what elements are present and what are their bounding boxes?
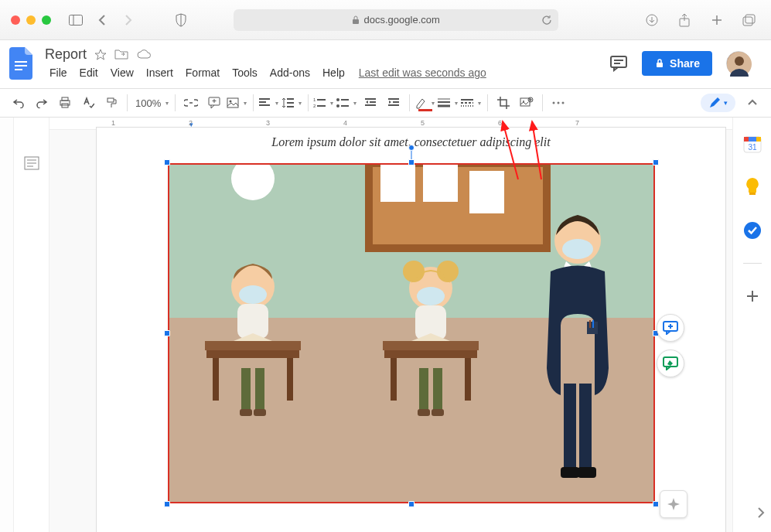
forward-button[interactable] [118,9,139,31]
doc-title[interactable]: Report [45,46,87,63]
close-window-button[interactable] [11,15,20,25]
svg-rect-13 [657,63,663,67]
open-comments-icon[interactable] [609,55,628,72]
zoom-select[interactable]: 100% [132,92,170,114]
svg-point-15 [735,56,744,66]
border-dash-button[interactable] [461,92,483,114]
paint-format-button[interactable] [101,92,122,114]
hide-menus-button[interactable] [742,92,763,114]
svg-rect-6 [745,15,755,23]
line-spacing-button[interactable] [281,92,303,114]
svg-rect-8 [15,65,27,66]
back-button[interactable] [91,9,113,31]
print-button[interactable] [54,92,76,114]
pencil-icon [708,97,721,109]
svg-rect-9 [15,69,22,70]
url-text: docs.google.com [364,14,440,26]
sidebar-toggle-icon[interactable] [65,9,87,31]
star-icon[interactable] [94,49,107,61]
bulleted-list-button[interactable] [336,92,358,114]
shield-icon[interactable] [170,9,192,31]
border-weight-button[interactable] [438,92,459,114]
vertical-ruler[interactable] [0,118,14,532]
editing-mode-button[interactable]: ▾ [701,94,735,112]
share-label: Share [670,57,700,70]
floating-comment-buttons [657,314,684,377]
share-button[interactable]: Share [642,51,712,76]
resize-handle-bm[interactable] [408,501,414,507]
svg-rect-19 [107,98,114,102]
crop-image-button[interactable] [493,92,514,114]
menu-insert[interactable]: Insert [142,64,178,81]
resize-handle-tl[interactable] [164,159,170,165]
edit-status[interactable]: Last edit was seconds ago [359,66,486,79]
resize-handle-tr[interactable] [653,159,659,165]
menu-edit[interactable]: Edit [75,64,103,81]
hide-side-panel-button[interactable] [757,507,765,518]
share-sheet-icon[interactable] [674,9,695,31]
numbered-list-button[interactable]: 12 [313,92,335,114]
docs-logo-icon[interactable] [6,48,37,79]
downloads-icon[interactable] [641,9,663,31]
calendar-app-icon[interactable]: 31 [742,133,763,155]
resize-handle-ml[interactable] [164,330,170,336]
move-icon[interactable] [114,49,128,61]
svg-rect-5 [743,17,752,26]
selected-image[interactable] [168,163,655,503]
minimize-window-button[interactable] [26,15,36,25]
add-comment-floating-button[interactable] [657,314,684,342]
maximize-window-button[interactable] [42,15,51,25]
suggest-edits-floating-button[interactable] [657,350,684,377]
keep-app-icon[interactable] [742,176,763,198]
svg-point-33 [336,98,339,101]
align-button[interactable] [258,92,280,114]
rotation-handle[interactable] [408,145,414,151]
menu-format[interactable]: Format [181,64,224,81]
increase-indent-button[interactable] [383,92,404,114]
spellcheck-button[interactable] [77,92,99,114]
svg-rect-10 [611,56,626,67]
resize-handle-br[interactable] [653,501,659,507]
undo-button[interactable] [8,92,29,114]
lock-icon [654,58,665,69]
page-area[interactable]: ▾ 1 2 3 4 5 6 7 Lorem ipsum dolor sit am… [49,118,732,532]
get-addons-icon[interactable] [742,285,763,307]
menu-file[interactable]: File [45,64,72,81]
tasks-app-icon[interactable] [742,220,763,241]
svg-point-22 [230,101,232,103]
explore-button[interactable] [660,490,687,518]
resize-handle-tm[interactable] [408,159,414,165]
outline-icon[interactable] [24,156,39,532]
rotation-handle-line [411,149,411,160]
svg-rect-107 [756,137,761,142]
account-avatar[interactable] [726,51,751,76]
new-tab-icon[interactable] [706,9,728,31]
cloud-status-icon[interactable] [136,49,152,61]
image-options-button[interactable] [516,92,537,114]
decrease-indent-button[interactable] [360,92,381,114]
redo-button[interactable] [31,92,53,114]
insert-link-button[interactable] [180,92,202,114]
menu-help[interactable]: Help [318,64,350,81]
menu-addons[interactable]: Add-ons [265,64,315,81]
doc-header: Report File Edit View Insert Format Tool… [0,40,771,88]
add-comment-button[interactable] [203,92,225,114]
svg-rect-21 [227,98,238,107]
document-page[interactable]: Lorem ipsum dolor sit amet, consectetuer… [96,127,726,532]
selection-border [168,163,655,503]
resize-handle-bl[interactable] [164,501,170,507]
insert-image-button[interactable] [227,92,248,114]
svg-point-53 [558,102,560,104]
menu-bar: File Edit View Insert Format Tools Add-o… [45,64,486,81]
svg-text:2: 2 [313,104,316,108]
more-button[interactable] [548,92,569,114]
border-color-button[interactable] [414,92,436,114]
tabs-icon[interactable] [739,9,760,31]
svg-rect-7 [15,61,27,63]
refresh-icon[interactable] [541,15,552,26]
svg-rect-106 [744,137,749,142]
address-bar[interactable]: docs.google.com [234,9,558,31]
menu-tools[interactable]: Tools [227,64,262,81]
menu-view[interactable]: View [106,64,138,81]
workspace: ▾ 1 2 3 4 5 6 7 Lorem ipsum dolor sit am… [0,118,771,532]
